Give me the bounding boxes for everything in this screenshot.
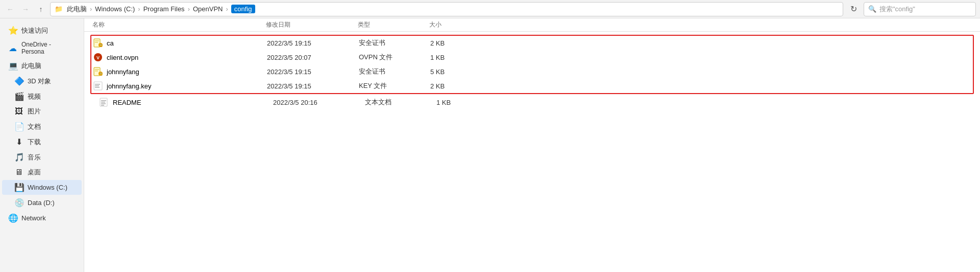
filename-client-ovpn: client.ovpn (107, 54, 138, 61)
sidebar-item-windows-c[interactable]: 💾 Windows (C:) (2, 180, 82, 195)
3d-icon: 🔷 (14, 76, 23, 86)
svg-rect-15 (95, 87, 100, 88)
breadcrumb-programfiles: Program Files (143, 5, 185, 13)
txt-icon-readme (100, 98, 109, 107)
data-d-icon: 💿 (14, 198, 23, 208)
file-row-ca[interactable]: 🔒 ca 2022/3/5 19:15 安全证书 2 KB (91, 36, 973, 50)
svg-rect-19 (101, 103, 106, 104)
back-button[interactable]: ← (4, 3, 16, 15)
file-row-readme[interactable]: README 2022/3/5 20:16 文本文档 1 KB (91, 95, 973, 109)
file-row-client-ovpn[interactable]: V client.ovpn 2022/3/5 20:07 OVPN 文件 1 K… (91, 50, 973, 64)
address-bar[interactable]: 📁 此电脑 › Windows (C:) › Program Files › O… (50, 2, 843, 16)
sidebar-item-pictures[interactable]: 🖼 图片 (2, 104, 82, 119)
size-johnnyfang-key: 2 KB (430, 82, 471, 90)
network-icon: 🌐 (8, 213, 17, 223)
sidebar-item-data-d[interactable]: 💿 Data (D:) (2, 195, 82, 210)
sidebar-item-desktop[interactable]: 🖥 桌面 (2, 165, 82, 179)
desktop-icon: 🖥 (14, 168, 23, 177)
sidebar-item-documents[interactable]: 📄 文档 (2, 119, 82, 134)
sidebar-item-music[interactable]: 🎵 音乐 (2, 150, 82, 165)
sidebar-item-quick-access[interactable]: ⭐ 快速访问 (2, 23, 82, 38)
sidebar-label-quick-access: 快速访问 (21, 26, 48, 35)
videos-icon: 🎬 (14, 92, 23, 101)
highlighted-files-group: 🔒 ca 2022/3/5 19:15 安全证书 2 KB (90, 35, 974, 94)
main-area: ⭐ 快速访问 ☁ OneDrive - Persona 💻 此电脑 🔷 3D 对… (0, 18, 980, 272)
sidebar-label-windows-c: Windows (C:) (28, 184, 67, 191)
col-header-name[interactable]: 名称 (92, 20, 266, 29)
filename-ca: ca (107, 39, 114, 47)
sidebar-label-data-d: Data (D:) (28, 199, 55, 207)
col-header-size[interactable]: 大小 (429, 20, 470, 29)
refresh-button[interactable]: ↻ (846, 2, 861, 16)
sidebar-item-videos[interactable]: 🎬 视频 (2, 89, 82, 104)
filename-johnnyfang: johnnyfang (107, 68, 139, 76)
this-pc-icon: 💻 (8, 61, 17, 71)
file-row-johnnyfang[interactable]: 🔒 johnnyfang 2022/3/5 19:15 安全证书 5 KB (91, 64, 973, 79)
forward-button[interactable]: → (19, 3, 32, 15)
type-johnnyfang: 安全证书 (359, 67, 430, 76)
svg-text:🔒: 🔒 (99, 43, 103, 48)
quick-access-icon: ⭐ (8, 26, 17, 35)
svg-rect-8 (95, 69, 99, 70)
svg-text:V: V (96, 55, 100, 60)
sidebar-item-this-pc[interactable]: 💻 此电脑 (2, 58, 82, 73)
sidebar-item-onedrive[interactable]: ☁ OneDrive - Persona (2, 38, 82, 58)
date-readme: 2022/3/5 20:16 (273, 99, 365, 106)
up-button[interactable]: ↑ (35, 3, 47, 15)
breadcrumb-windows: Windows (C:) (95, 5, 135, 13)
onedrive-icon: ☁ (8, 43, 17, 53)
column-header: 名称 修改日期 类型 大小 (84, 18, 980, 32)
file-row-johnnyfang-key[interactable]: johnnyfang.key 2022/3/5 19:15 KEY 文件 2 K… (91, 79, 973, 93)
svg-rect-1 (95, 40, 99, 41)
file-list: 🔒 ca 2022/3/5 19:15 安全证书 2 KB (84, 32, 980, 272)
filename-readme: README (113, 99, 141, 106)
sidebar-label-videos: 视频 (28, 92, 41, 101)
type-johnnyfang-key: KEY 文件 (359, 81, 430, 90)
sidebar-item-downloads[interactable]: ⬇ 下载 (2, 134, 82, 149)
size-johnnyfang: 5 KB (430, 68, 471, 76)
cert-icon-ca: 🔒 (93, 38, 103, 48)
ovpn-icon-client: V (93, 53, 103, 62)
sidebar-label-network: Network (21, 214, 46, 222)
size-ca: 2 KB (430, 39, 471, 47)
sidebar-label-pictures: 图片 (28, 107, 41, 116)
date-johnnyfang-key: 2022/3/5 19:15 (267, 82, 359, 90)
sidebar-item-3d[interactable]: 🔷 3D 对象 (2, 74, 82, 88)
type-ca: 安全证书 (359, 38, 430, 48)
filename-johnnyfang-key: johnnyfang.key (107, 82, 151, 90)
date-ca: 2022/3/5 19:15 (267, 39, 359, 47)
sidebar: ⭐ 快速访问 ☁ OneDrive - Persona 💻 此电脑 🔷 3D 对… (0, 18, 84, 272)
sidebar-label-onedrive: OneDrive - Persona (21, 41, 76, 55)
size-client-ovpn: 1 KB (430, 54, 471, 61)
documents-icon: 📄 (14, 122, 23, 131)
type-client-ovpn: OVPN 文件 (359, 53, 430, 62)
sidebar-label-desktop: 桌面 (28, 168, 41, 177)
svg-rect-13 (95, 84, 100, 85)
col-header-date[interactable]: 修改日期 (266, 20, 358, 29)
svg-rect-14 (95, 85, 99, 86)
breadcrumb-pc: 此电脑 (67, 5, 87, 14)
svg-rect-17 (101, 100, 106, 101)
svg-rect-20 (101, 105, 104, 106)
search-box[interactable]: 🔍 搜索"config" (864, 2, 976, 16)
size-readme: 1 KB (436, 99, 477, 106)
svg-rect-18 (101, 102, 105, 103)
type-readme: 文本文档 (365, 98, 436, 107)
sidebar-label-3d: 3D 对象 (28, 77, 51, 86)
breadcrumb-openvpn: OpenVPN (193, 5, 223, 13)
sidebar-label-downloads: 下载 (28, 138, 41, 147)
file-area: 名称 修改日期 类型 大小 (84, 18, 980, 272)
col-header-type[interactable]: 类型 (358, 20, 429, 29)
pictures-icon: 🖼 (14, 107, 23, 116)
sidebar-item-network[interactable]: 🌐 Network (2, 211, 82, 225)
sidebar-label-documents: 文档 (28, 122, 41, 131)
sidebar-label-this-pc: 此电脑 (21, 61, 41, 71)
windows-c-icon: 💾 (14, 183, 23, 192)
svg-text:🔒: 🔒 (99, 72, 103, 76)
svg-rect-2 (95, 42, 98, 43)
folder-icon: 📁 (55, 5, 63, 13)
music-icon: 🎵 (14, 152, 23, 162)
cert-icon-johnnyfang: 🔒 (93, 67, 103, 76)
key-icon-johnnyfang (93, 81, 103, 90)
search-icon: 🔍 (868, 5, 876, 13)
